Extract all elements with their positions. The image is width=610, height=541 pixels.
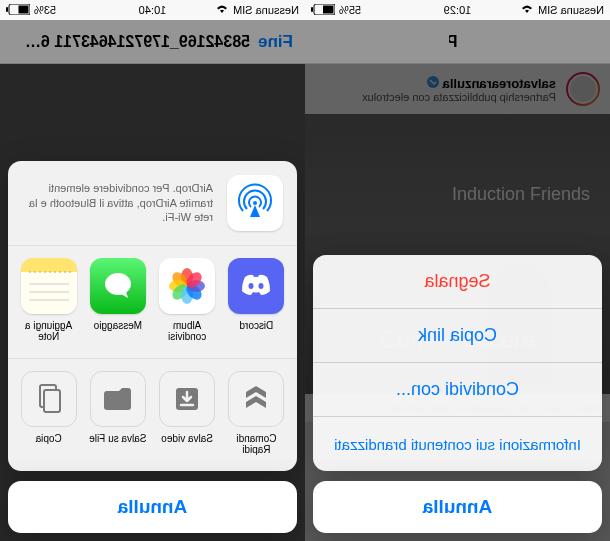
share-app-shared-albums[interactable]: Album condivisi bbox=[153, 258, 222, 342]
app-label: Aggiungi a Note bbox=[17, 320, 81, 342]
svg-rect-1 bbox=[19, 5, 29, 13]
action-label: Salva video bbox=[161, 433, 213, 444]
menu-item-report[interactable]: Segnala bbox=[313, 255, 602, 309]
app-label: Album condivisi bbox=[155, 320, 219, 342]
share-app-messages[interactable]: Messaggio bbox=[83, 258, 152, 342]
status-bar: Nessuna SIM 10:40 53% bbox=[0, 0, 305, 20]
clock: 10:40 bbox=[139, 4, 167, 16]
copy-icon bbox=[21, 371, 77, 427]
svg-point-5 bbox=[249, 283, 254, 289]
nav-bar: Fine 58342169_1797214643711 68... bbox=[0, 20, 305, 64]
menu-item-branded-content-info[interactable]: Informazioni sui contenuti brandizzati bbox=[313, 417, 602, 471]
share-app-notes[interactable]: Aggiungi a Note bbox=[14, 258, 83, 342]
carrier-label: Nessuna SIM bbox=[233, 4, 299, 16]
phone-right: Nessuna SIM 10:29 55% Post salvatorearan… bbox=[305, 0, 610, 541]
action-sheet: Segnala Copia link Condividi con... Info… bbox=[313, 255, 602, 533]
airdrop-description: AirDrop. Per condividere elementi tramit… bbox=[22, 181, 213, 226]
svg-rect-24 bbox=[323, 5, 334, 13]
action-list: Segnala Copia link Condividi con... Info… bbox=[313, 255, 602, 471]
app-label: Messaggio bbox=[94, 320, 142, 331]
page-title: 58342169_1797214643711 68... bbox=[12, 33, 258, 51]
wifi-icon bbox=[520, 4, 534, 16]
share-actions-row: Comandi Rapidi Salva video Salva su File bbox=[8, 359, 297, 471]
cancel-button[interactable]: Annulla bbox=[313, 481, 602, 533]
clock: 10:29 bbox=[444, 4, 472, 16]
action-label: Comandi Rapidi bbox=[224, 433, 288, 455]
menu-item-copy-link[interactable]: Copia link bbox=[313, 309, 602, 363]
done-button[interactable]: Fine bbox=[258, 32, 293, 52]
action-label: Copia bbox=[36, 433, 62, 444]
photos-icon bbox=[159, 258, 215, 314]
svg-point-3 bbox=[253, 201, 257, 205]
share-app-discord[interactable]: Discord bbox=[222, 258, 291, 342]
files-icon bbox=[90, 371, 146, 427]
action-save-video[interactable]: Salva video bbox=[153, 371, 222, 455]
airdrop-icon bbox=[227, 175, 283, 231]
content-area: salvatorearanzulla Partnership pubbliciz… bbox=[305, 64, 610, 541]
action-label: Salva su File bbox=[89, 433, 146, 444]
menu-item-share-with[interactable]: Condividi con... bbox=[313, 363, 602, 417]
svg-point-14 bbox=[105, 273, 131, 295]
messages-icon bbox=[90, 258, 146, 314]
action-shortcuts[interactable]: Comandi Rapidi bbox=[222, 371, 291, 455]
cancel-button[interactable]: Annulla bbox=[8, 481, 297, 533]
status-bar: Nessuna SIM 10:29 55% bbox=[305, 0, 610, 20]
share-card: AirDrop. Per condividere elementi tramit… bbox=[8, 161, 297, 471]
save-video-icon bbox=[159, 371, 215, 427]
shortcuts-icon bbox=[228, 371, 284, 427]
svg-rect-25 bbox=[311, 7, 313, 12]
action-save-to-files[interactable]: Salva su File bbox=[83, 371, 152, 455]
phone-left: Nessuna SIM 10:40 53% Fine 58342169_1797… bbox=[0, 0, 305, 541]
wifi-icon bbox=[215, 4, 229, 16]
battery-icon bbox=[311, 4, 335, 17]
page-title: Post bbox=[450, 33, 466, 51]
content-area: AirDrop. Per condividere elementi tramit… bbox=[0, 64, 305, 541]
notes-icon bbox=[21, 258, 77, 314]
nav-bar: Post bbox=[305, 20, 610, 64]
svg-point-4 bbox=[259, 283, 264, 289]
app-label: Discord bbox=[239, 320, 273, 331]
carrier-label: Nessuna SIM bbox=[538, 4, 604, 16]
battery-percent: 53% bbox=[34, 4, 56, 16]
share-sheet: AirDrop. Per condividere elementi tramit… bbox=[8, 161, 297, 533]
battery-percent: 55% bbox=[339, 4, 361, 16]
action-copy[interactable]: Copia bbox=[14, 371, 83, 455]
battery-icon bbox=[6, 4, 30, 17]
svg-rect-22 bbox=[44, 390, 60, 412]
svg-rect-2 bbox=[6, 7, 8, 12]
airdrop-row[interactable]: AirDrop. Per condividere elementi tramit… bbox=[8, 161, 297, 246]
share-apps-row: Discord bbox=[8, 246, 297, 359]
discord-icon bbox=[228, 258, 284, 314]
